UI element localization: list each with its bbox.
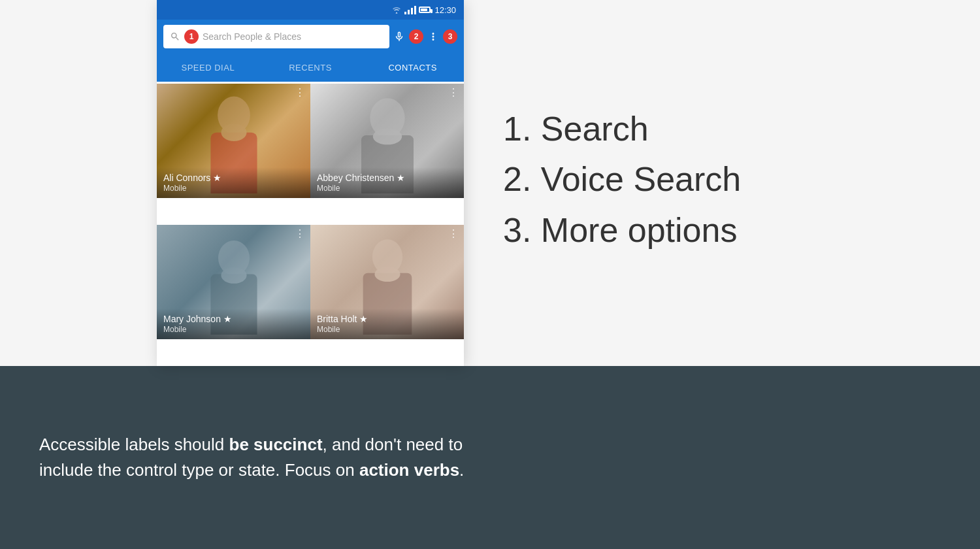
contact-menu-ali[interactable]: ⋮ [295,88,305,98]
search-input-wrapper[interactable]: 1 Search People & Places [163,25,389,48]
search-badge: 1 [184,29,199,44]
feature-voice-search: 2. Voice Search [503,158,941,202]
search-bar: 1 Search People & Places 2 3 [157,20,464,54]
contact-overlay-abbey: Abbey Christensen ★ Mobile [310,167,464,198]
contact-menu-abbey[interactable]: ⋮ [448,88,459,98]
contact-card-abbey[interactable]: ⋮ Abbey Christensen ★ Mobile [310,84,464,198]
contact-card-britta[interactable]: ⋮ Britta Holt ★ Mobile [310,225,464,339]
svg-point-5 [372,128,401,144]
feature-list: 1. Search 2. Voice Search 3. More option… [464,0,980,366]
contact-overlay-ali: Ali Connors ★ Mobile [157,167,310,198]
bottom-text-part1: Accessible labels should [39,435,229,454]
more-vert-icon [427,31,439,42]
status-icons [391,5,431,14]
contact-name-abbey: Abbey Christensen ★ [317,173,457,183]
bottom-text-bold1: be succinct [229,435,323,454]
tabs-bar: SPEED DIAL RECENTS CONTACTS [157,54,464,84]
svg-point-8 [221,267,246,283]
contact-name-mary: Mary Johnson ★ [163,314,304,324]
mic-icon [393,29,405,44]
contact-overlay-mary: Mary Johnson ★ Mobile [157,308,310,339]
tab-contacts[interactable]: CONTACTS [361,54,464,82]
wifi-icon [391,6,402,14]
contact-menu-britta[interactable]: ⋮ [448,229,459,239]
bottom-text-bold2: action verbs [359,460,459,480]
contact-name-ali: Ali Connors ★ [163,173,304,183]
more-options-button[interactable] [427,31,439,42]
feature-search: 1. Search [503,107,941,152]
bottom-description: Accessible labels should be succinct, an… [39,432,497,483]
status-bar: 12:30 [157,0,464,20]
search-placeholder: Search People & Places [203,31,383,42]
contact-menu-mary[interactable]: ⋮ [295,229,305,239]
contact-type-abbey: Mobile [317,184,457,193]
signal-icon [404,5,416,14]
tab-speed-dial[interactable]: SPEED DIAL [157,54,259,82]
contact-name-britta: Britta Holt ★ [317,314,457,324]
contact-card-mary[interactable]: ⋮ Mary Johnson ★ Mobile [157,225,310,339]
bottom-section: Accessible labels should be succinct, an… [0,366,980,549]
contact-overlay-britta: Britta Holt ★ Mobile [310,308,464,339]
tab-recents[interactable]: RECENTS [259,54,362,82]
status-time: 12:30 [434,5,456,15]
svg-point-11 [374,267,400,282]
top-section: 12:30 1 Search People & Places 2 [0,0,980,366]
mic-badge: 2 [409,29,423,44]
contact-type-ali: Mobile [163,184,304,193]
contact-type-britta: Mobile [317,325,457,334]
feature-more-options: 3. More options [503,208,941,253]
bottom-text-part3: . [459,460,464,480]
contact-type-mary: Mobile [163,325,304,334]
battery-icon [419,7,431,13]
mic-button[interactable] [393,29,405,44]
contact-card-ali[interactable]: ⋮ Ali Connors ★ Mobile [157,84,310,198]
more-badge: 3 [443,29,457,44]
search-icon [170,31,180,42]
phone-mockup: 12:30 1 Search People & Places 2 [157,0,464,366]
contacts-grid: ⋮ Ali Connors ★ Mobile ⋮ Abbey Chr [157,84,464,366]
svg-point-2 [221,124,246,141]
